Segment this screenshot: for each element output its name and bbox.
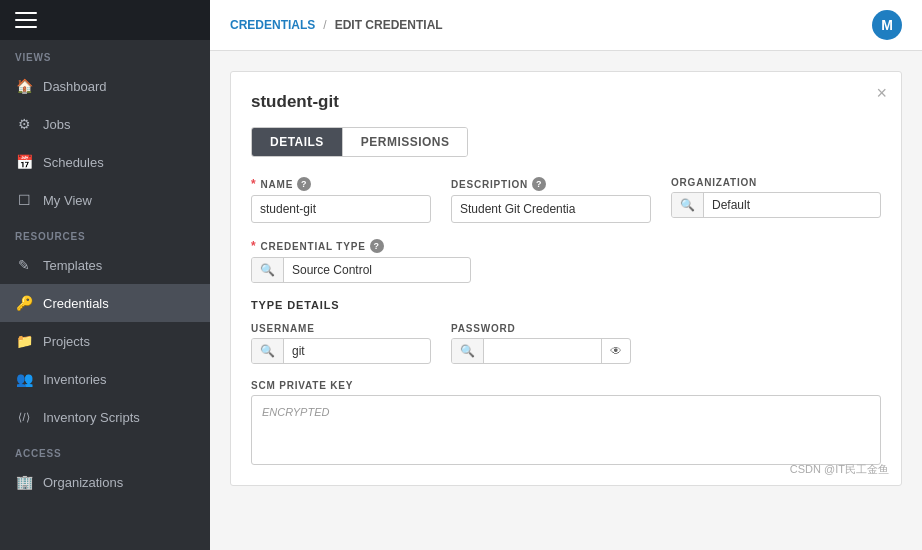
projects-icon: 📁 xyxy=(15,332,33,350)
sidebar-item-myview[interactable]: ☐ My View xyxy=(0,181,210,219)
required-star-credtype: * xyxy=(251,239,256,253)
username-input[interactable] xyxy=(284,339,430,363)
sidebar-item-projects[interactable]: 📁 Projects xyxy=(0,322,210,360)
form-group-credential-type: * CREDENTIAL TYPE ? 🔍 xyxy=(251,239,471,283)
description-label: DESCRIPTION ? xyxy=(451,177,651,191)
description-help-icon[interactable]: ? xyxy=(532,177,546,191)
organization-label: ORGANIZATION xyxy=(671,177,881,188)
credentials-icon: 🔑 xyxy=(15,294,33,312)
password-input-wrapper: 🔍 👁 xyxy=(451,338,631,364)
breadcrumb-credentials-link[interactable]: CREDENTIALS xyxy=(230,18,315,32)
main-content: CREDENTIALS / EDIT CREDENTIAL M student-… xyxy=(210,0,922,550)
myview-icon: ☐ xyxy=(15,191,33,209)
breadcrumb-separator: / xyxy=(323,18,326,32)
organization-input-wrapper: 🔍 xyxy=(671,192,881,218)
sidebar-item-label: Schedules xyxy=(43,155,104,170)
sidebar-item-credentials[interactable]: 🔑 Credentials xyxy=(0,284,210,322)
hamburger-icon[interactable] xyxy=(15,12,37,28)
sidebar-item-inventory-scripts[interactable]: ⟨/⟩ Inventory Scripts xyxy=(0,398,210,436)
type-details-section: TYPE DETAILS xyxy=(251,299,881,311)
password-reveal-button[interactable]: 👁 xyxy=(601,339,630,363)
credential-type-label: * CREDENTIAL TYPE ? xyxy=(251,239,471,253)
sidebar-header xyxy=(0,0,210,40)
form-row-userpass: USERNAME 🔍 PASSWORD 🔍 👁 xyxy=(251,323,881,364)
inventory-scripts-icon: ⟨/⟩ xyxy=(15,408,33,426)
watermark: CSDN @IT民工金鱼 xyxy=(790,462,889,477)
content-area: student-git × DETAILS PERMISSIONS * NAME… xyxy=(210,51,922,550)
topbar-logo: M xyxy=(872,10,902,40)
description-input[interactable] xyxy=(451,195,651,223)
form-row-scm-key: SCM PRIVATE KEY ENCRYPTED xyxy=(251,380,881,465)
sidebar: VIEWS 🏠 Dashboard ⚙ Jobs 📅 Schedules ☐ M… xyxy=(0,0,210,550)
form-row-main: * NAME ? DESCRIPTION ? ORGANIZATION xyxy=(251,177,881,223)
sidebar-item-label: Jobs xyxy=(43,117,70,132)
sidebar-item-organizations[interactable]: 🏢 Organizations xyxy=(0,463,210,501)
templates-icon: ✎ xyxy=(15,256,33,274)
schedules-icon: 📅 xyxy=(15,153,33,171)
name-help-icon[interactable]: ? xyxy=(297,177,311,191)
breadcrumb: CREDENTIALS / EDIT CREDENTIAL xyxy=(230,18,443,32)
credential-type-input-wrapper: 🔍 xyxy=(251,257,471,283)
sidebar-item-label: Dashboard xyxy=(43,79,107,94)
sidebar-item-label: Projects xyxy=(43,334,90,349)
dashboard-icon: 🏠 xyxy=(15,77,33,95)
organizations-icon: 🏢 xyxy=(15,473,33,491)
scm-key-textarea[interactable]: ENCRYPTED xyxy=(251,395,881,465)
password-label: PASSWORD xyxy=(451,323,631,334)
sidebar-item-label: Credentials xyxy=(43,296,109,311)
topbar: CREDENTIALS / EDIT CREDENTIAL M xyxy=(210,0,922,51)
organization-input[interactable] xyxy=(704,193,880,217)
form-group-organization: ORGANIZATION 🔍 xyxy=(671,177,881,218)
sidebar-item-jobs[interactable]: ⚙ Jobs xyxy=(0,105,210,143)
breadcrumb-current: EDIT CREDENTIAL xyxy=(335,18,443,32)
sidebar-item-inventories[interactable]: 👥 Inventories xyxy=(0,360,210,398)
sidebar-item-schedules[interactable]: 📅 Schedules xyxy=(0,143,210,181)
required-star: * xyxy=(251,177,256,191)
sidebar-item-templates[interactable]: ✎ Templates xyxy=(0,246,210,284)
sidebar-item-label: Organizations xyxy=(43,475,123,490)
password-search-button[interactable]: 🔍 xyxy=(452,339,484,363)
jobs-icon: ⚙ xyxy=(15,115,33,133)
username-label: USERNAME xyxy=(251,323,431,334)
card-tabs: DETAILS PERMISSIONS xyxy=(251,127,468,157)
tab-permissions[interactable]: PERMISSIONS xyxy=(343,128,468,156)
credtype-help-icon[interactable]: ? xyxy=(370,239,384,253)
name-label: * NAME ? xyxy=(251,177,431,191)
resources-section-label: RESOURCES xyxy=(0,219,210,246)
form-row-credtype: * CREDENTIAL TYPE ? 🔍 xyxy=(251,239,881,283)
sidebar-item-label: Templates xyxy=(43,258,102,273)
password-input[interactable] xyxy=(484,339,601,363)
inventories-icon: 👥 xyxy=(15,370,33,388)
form-group-username: USERNAME 🔍 xyxy=(251,323,431,364)
close-icon[interactable]: × xyxy=(876,84,887,102)
form-group-description: DESCRIPTION ? xyxy=(451,177,651,223)
form-group-password: PASSWORD 🔍 👁 xyxy=(451,323,631,364)
tab-details[interactable]: DETAILS xyxy=(252,128,343,156)
form-group-scm-key: SCM PRIVATE KEY ENCRYPTED xyxy=(251,380,881,465)
organization-search-button[interactable]: 🔍 xyxy=(672,193,704,217)
views-section-label: VIEWS xyxy=(0,40,210,67)
sidebar-item-label: Inventories xyxy=(43,372,107,387)
sidebar-item-dashboard[interactable]: 🏠 Dashboard xyxy=(0,67,210,105)
name-input[interactable] xyxy=(251,195,431,223)
card-title: student-git xyxy=(251,92,881,112)
username-search-button[interactable]: 🔍 xyxy=(252,339,284,363)
credential-type-input[interactable] xyxy=(284,258,470,282)
credential-card: student-git × DETAILS PERMISSIONS * NAME… xyxy=(230,71,902,486)
credential-type-search-button[interactable]: 🔍 xyxy=(252,258,284,282)
form-group-name: * NAME ? xyxy=(251,177,431,223)
username-input-wrapper: 🔍 xyxy=(251,338,431,364)
sidebar-item-label: Inventory Scripts xyxy=(43,410,140,425)
access-section-label: ACCESS xyxy=(0,436,210,463)
scm-key-label: SCM PRIVATE KEY xyxy=(251,380,881,391)
sidebar-item-label: My View xyxy=(43,193,92,208)
